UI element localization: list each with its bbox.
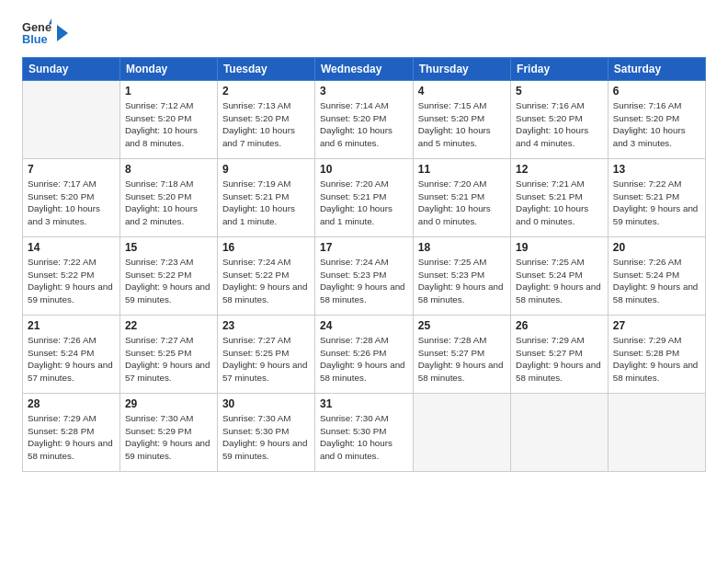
calendar-cell <box>23 81 120 159</box>
calendar-cell: 18Sunrise: 7:25 AMSunset: 5:23 PMDayligh… <box>413 237 510 316</box>
calendar-cell: 20Sunrise: 7:26 AMSunset: 5:24 PMDayligh… <box>608 237 705 316</box>
day-info: Sunrise: 7:24 AMSunset: 5:23 PMDaylight:… <box>320 256 408 306</box>
day-info: Sunrise: 7:28 AMSunset: 5:27 PMDaylight:… <box>418 334 506 385</box>
day-number: 20 <box>613 241 700 254</box>
calendar-cell: 28Sunrise: 7:29 AMSunset: 5:28 PMDayligh… <box>23 394 120 472</box>
calendar-cell <box>413 394 510 472</box>
day-info: Sunrise: 7:30 AMSunset: 5:30 PMDaylight:… <box>222 412 310 463</box>
day-info: Sunrise: 7:17 AMSunset: 5:20 PMDaylight:… <box>28 178 115 228</box>
day-number: 24 <box>320 319 408 332</box>
day-number: 6 <box>613 85 700 98</box>
calendar-cell <box>511 394 609 472</box>
calendar-cell: 27Sunrise: 7:29 AMSunset: 5:28 PMDayligh… <box>608 316 705 394</box>
calendar-cell: 31Sunrise: 7:30 AMSunset: 5:30 PMDayligh… <box>314 394 413 472</box>
day-number: 27 <box>613 319 700 332</box>
day-number: 29 <box>125 397 212 410</box>
day-info: Sunrise: 7:21 AMSunset: 5:21 PMDaylight:… <box>516 178 603 228</box>
day-info: Sunrise: 7:30 AMSunset: 5:30 PMDaylight:… <box>320 412 408 463</box>
calendar-cell: 10Sunrise: 7:20 AMSunset: 5:21 PMDayligh… <box>314 159 413 237</box>
day-number: 19 <box>516 241 603 254</box>
day-number: 16 <box>222 241 310 254</box>
day-info: Sunrise: 7:16 AMSunset: 5:20 PMDaylight:… <box>516 99 603 150</box>
calendar-cell: 7Sunrise: 7:17 AMSunset: 5:20 PMDaylight… <box>23 159 120 237</box>
calendar-cell: 17Sunrise: 7:24 AMSunset: 5:23 PMDayligh… <box>314 237 413 316</box>
day-number: 11 <box>418 163 506 176</box>
weekday-header-friday: Friday <box>511 58 609 81</box>
calendar-cell: 11Sunrise: 7:20 AMSunset: 5:21 PMDayligh… <box>413 159 510 237</box>
day-info: Sunrise: 7:13 AMSunset: 5:20 PMDaylight:… <box>222 99 310 150</box>
day-number: 5 <box>516 85 603 98</box>
logo-arrow-icon <box>55 25 68 41</box>
page: General Blue SundayMondayTuesdayWed <box>0 0 728 563</box>
calendar-cell: 23Sunrise: 7:27 AMSunset: 5:25 PMDayligh… <box>217 316 314 394</box>
calendar-cell: 25Sunrise: 7:28 AMSunset: 5:27 PMDayligh… <box>413 316 510 394</box>
day-number: 9 <box>222 163 310 176</box>
day-number: 10 <box>320 163 408 176</box>
day-number: 13 <box>613 163 700 176</box>
day-number: 25 <box>418 319 506 332</box>
calendar-cell: 22Sunrise: 7:27 AMSunset: 5:25 PMDayligh… <box>119 316 217 394</box>
day-info: Sunrise: 7:30 AMSunset: 5:29 PMDaylight:… <box>125 412 212 463</box>
day-info: Sunrise: 7:15 AMSunset: 5:20 PMDaylight:… <box>418 99 506 150</box>
day-number: 28 <box>28 397 115 410</box>
day-number: 26 <box>516 319 603 332</box>
calendar-week-2: 7Sunrise: 7:17 AMSunset: 5:20 PMDaylight… <box>23 159 706 237</box>
day-number: 18 <box>418 241 506 254</box>
day-info: Sunrise: 7:27 AMSunset: 5:25 PMDaylight:… <box>222 334 310 385</box>
day-number: 2 <box>222 85 310 98</box>
calendar-cell: 16Sunrise: 7:24 AMSunset: 5:22 PMDayligh… <box>217 237 314 316</box>
day-info: Sunrise: 7:19 AMSunset: 5:21 PMDaylight:… <box>222 178 310 228</box>
calendar-week-3: 14Sunrise: 7:22 AMSunset: 5:22 PMDayligh… <box>23 237 706 316</box>
calendar-week-5: 28Sunrise: 7:29 AMSunset: 5:28 PMDayligh… <box>23 394 706 472</box>
calendar-cell: 8Sunrise: 7:18 AMSunset: 5:20 PMDaylight… <box>119 159 217 237</box>
day-info: Sunrise: 7:18 AMSunset: 5:20 PMDaylight:… <box>125 178 212 228</box>
day-info: Sunrise: 7:20 AMSunset: 5:21 PMDaylight:… <box>418 178 506 228</box>
calendar-cell: 1Sunrise: 7:12 AMSunset: 5:20 PMDaylight… <box>119 81 217 159</box>
logo: General Blue <box>22 18 68 48</box>
calendar-cell: 26Sunrise: 7:29 AMSunset: 5:27 PMDayligh… <box>511 316 609 394</box>
calendar-week-1: 1Sunrise: 7:12 AMSunset: 5:20 PMDaylight… <box>23 81 706 159</box>
day-info: Sunrise: 7:16 AMSunset: 5:20 PMDaylight:… <box>613 99 700 150</box>
calendar-cell <box>608 394 705 472</box>
calendar-table: SundayMondayTuesdayWednesdayThursdayFrid… <box>22 57 706 472</box>
day-info: Sunrise: 7:28 AMSunset: 5:26 PMDaylight:… <box>320 334 408 385</box>
calendar-cell: 24Sunrise: 7:28 AMSunset: 5:26 PMDayligh… <box>314 316 413 394</box>
calendar-cell: 14Sunrise: 7:22 AMSunset: 5:22 PMDayligh… <box>23 237 120 316</box>
day-info: Sunrise: 7:29 AMSunset: 5:27 PMDaylight:… <box>516 334 603 385</box>
day-info: Sunrise: 7:12 AMSunset: 5:20 PMDaylight:… <box>125 99 212 150</box>
weekday-header-sunday: Sunday <box>23 58 120 81</box>
calendar-cell: 29Sunrise: 7:30 AMSunset: 5:29 PMDayligh… <box>119 394 217 472</box>
calendar-cell: 19Sunrise: 7:25 AMSunset: 5:24 PMDayligh… <box>511 237 609 316</box>
day-info: Sunrise: 7:24 AMSunset: 5:22 PMDaylight:… <box>222 256 310 306</box>
day-number: 3 <box>320 85 408 98</box>
calendar-cell: 9Sunrise: 7:19 AMSunset: 5:21 PMDaylight… <box>217 159 314 237</box>
day-info: Sunrise: 7:25 AMSunset: 5:23 PMDaylight:… <box>418 256 506 306</box>
weekday-header-monday: Monday <box>119 58 217 81</box>
day-number: 14 <box>28 241 115 254</box>
calendar-cell: 3Sunrise: 7:14 AMSunset: 5:20 PMDaylight… <box>314 81 413 159</box>
day-number: 15 <box>125 241 212 254</box>
logo-icon: General Blue <box>22 18 51 48</box>
calendar-cell: 4Sunrise: 7:15 AMSunset: 5:20 PMDaylight… <box>413 81 510 159</box>
svg-text:Blue: Blue <box>22 32 48 46</box>
weekday-header-tuesday: Tuesday <box>217 58 314 81</box>
day-number: 12 <box>516 163 603 176</box>
weekday-header-wednesday: Wednesday <box>314 58 413 81</box>
day-number: 17 <box>320 241 408 254</box>
calendar-cell: 5Sunrise: 7:16 AMSunset: 5:20 PMDaylight… <box>511 81 609 159</box>
day-info: Sunrise: 7:14 AMSunset: 5:20 PMDaylight:… <box>320 99 408 150</box>
day-number: 22 <box>125 319 212 332</box>
day-info: Sunrise: 7:23 AMSunset: 5:22 PMDaylight:… <box>125 256 212 306</box>
weekday-header-thursday: Thursday <box>413 58 510 81</box>
day-info: Sunrise: 7:29 AMSunset: 5:28 PMDaylight:… <box>613 334 700 385</box>
day-number: 1 <box>125 85 212 98</box>
day-info: Sunrise: 7:27 AMSunset: 5:25 PMDaylight:… <box>125 334 212 385</box>
logo-label <box>55 25 68 41</box>
header: General Blue <box>22 18 706 48</box>
calendar-cell: 2Sunrise: 7:13 AMSunset: 5:20 PMDaylight… <box>217 81 314 159</box>
day-number: 21 <box>28 319 115 332</box>
calendar-cell: 15Sunrise: 7:23 AMSunset: 5:22 PMDayligh… <box>119 237 217 316</box>
calendar-cell: 13Sunrise: 7:22 AMSunset: 5:21 PMDayligh… <box>608 159 705 237</box>
day-info: Sunrise: 7:25 AMSunset: 5:24 PMDaylight:… <box>516 256 603 306</box>
day-info: Sunrise: 7:20 AMSunset: 5:21 PMDaylight:… <box>320 178 408 228</box>
